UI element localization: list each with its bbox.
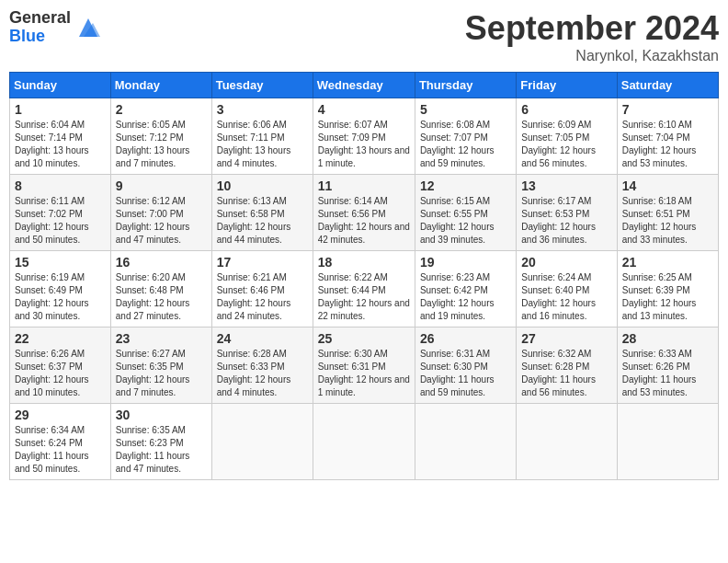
week-row-4: 22 Sunrise: 6:26 AM Sunset: 6:37 PM Dayl… (10, 327, 719, 404)
day-number: 23 (116, 331, 207, 346)
day-info: Sunrise: 6:20 AM Sunset: 6:48 PM Dayligh… (116, 271, 207, 323)
header-saturday: Saturday (617, 73, 718, 98)
logo: General Blue (9, 9, 102, 46)
day-info: Sunrise: 6:06 AM Sunset: 7:11 PM Dayligh… (217, 119, 308, 170)
day-number: 24 (217, 331, 308, 346)
day-number: 11 (318, 178, 410, 193)
day-info: Sunrise: 6:08 AM Sunset: 7:07 PM Dayligh… (420, 119, 511, 170)
day-number: 18 (318, 255, 410, 270)
day-cell: 14 Sunrise: 6:18 AM Sunset: 6:51 PM Dayl… (617, 175, 718, 251)
calendar-header-row: SundayMondayTuesdayWednesdayThursdayFrid… (10, 73, 719, 98)
day-cell (517, 404, 617, 480)
day-cell: 16 Sunrise: 6:20 AM Sunset: 6:48 PM Dayl… (110, 251, 211, 327)
day-info: Sunrise: 6:28 AM Sunset: 6:33 PM Dayligh… (217, 348, 308, 399)
day-cell: 22 Sunrise: 6:26 AM Sunset: 6:37 PM Dayl… (10, 327, 111, 404)
day-cell: 7 Sunrise: 6:10 AM Sunset: 7:04 PM Dayli… (617, 98, 718, 175)
day-info: Sunrise: 6:26 AM Sunset: 6:37 PM Dayligh… (15, 348, 106, 399)
day-cell: 11 Sunrise: 6:14 AM Sunset: 6:56 PM Dayl… (313, 175, 415, 251)
day-number: 10 (217, 178, 308, 193)
location: Narynkol, Kazakhstan (465, 48, 719, 64)
week-row-1: 1 Sunrise: 6:04 AM Sunset: 7:14 PM Dayli… (10, 98, 719, 175)
day-number: 2 (116, 102, 207, 117)
month-title: September 2024 (465, 9, 719, 48)
day-info: Sunrise: 6:23 AM Sunset: 6:42 PM Dayligh… (420, 271, 511, 323)
day-cell: 21 Sunrise: 6:25 AM Sunset: 6:39 PM Dayl… (617, 251, 718, 327)
day-number: 9 (116, 178, 207, 193)
day-cell: 29 Sunrise: 6:34 AM Sunset: 6:24 PM Dayl… (10, 404, 111, 480)
day-number: 30 (116, 408, 207, 422)
week-row-3: 15 Sunrise: 6:19 AM Sunset: 6:49 PM Dayl… (10, 251, 719, 327)
day-number: 17 (217, 255, 308, 270)
day-number: 20 (521, 255, 611, 270)
day-cell: 6 Sunrise: 6:09 AM Sunset: 7:05 PM Dayli… (517, 98, 617, 175)
day-number: 16 (116, 255, 207, 270)
header-sunday: Sunday (10, 73, 111, 98)
day-cell: 8 Sunrise: 6:11 AM Sunset: 7:02 PM Dayli… (10, 175, 111, 251)
day-cell: 26 Sunrise: 6:31 AM Sunset: 6:30 PM Dayl… (415, 327, 516, 404)
day-cell: 17 Sunrise: 6:21 AM Sunset: 6:46 PM Dayl… (211, 251, 313, 327)
day-info: Sunrise: 6:32 AM Sunset: 6:28 PM Dayligh… (521, 348, 611, 399)
day-info: Sunrise: 6:07 AM Sunset: 7:09 PM Dayligh… (318, 119, 410, 170)
day-info: Sunrise: 6:09 AM Sunset: 7:05 PM Dayligh… (521, 119, 611, 170)
day-number: 6 (521, 102, 611, 117)
day-cell: 27 Sunrise: 6:32 AM Sunset: 6:28 PM Dayl… (517, 327, 617, 404)
day-info: Sunrise: 6:25 AM Sunset: 6:39 PM Dayligh… (622, 271, 713, 323)
day-info: Sunrise: 6:30 AM Sunset: 6:31 PM Dayligh… (318, 348, 410, 399)
day-number: 13 (521, 178, 611, 193)
day-info: Sunrise: 6:31 AM Sunset: 6:30 PM Dayligh… (420, 348, 511, 399)
day-cell: 3 Sunrise: 6:06 AM Sunset: 7:11 PM Dayli… (211, 98, 313, 175)
day-info: Sunrise: 6:33 AM Sunset: 6:26 PM Dayligh… (622, 348, 713, 399)
page-header: General Blue September 2024 Narynkol, Ka… (9, 9, 719, 64)
logo-icon (74, 14, 102, 41)
day-info: Sunrise: 6:15 AM Sunset: 6:55 PM Dayligh… (420, 195, 511, 247)
day-number: 28 (622, 331, 713, 346)
day-cell (617, 404, 718, 480)
logo-general-text: General (9, 9, 71, 28)
day-cell: 30 Sunrise: 6:35 AM Sunset: 6:23 PM Dayl… (110, 404, 211, 480)
day-cell: 12 Sunrise: 6:15 AM Sunset: 6:55 PM Dayl… (415, 175, 516, 251)
header-friday: Friday (517, 73, 617, 98)
day-info: Sunrise: 6:11 AM Sunset: 7:02 PM Dayligh… (15, 195, 106, 247)
day-info: Sunrise: 6:19 AM Sunset: 6:49 PM Dayligh… (15, 271, 106, 323)
day-cell: 9 Sunrise: 6:12 AM Sunset: 7:00 PM Dayli… (110, 175, 211, 251)
week-row-5: 29 Sunrise: 6:34 AM Sunset: 6:24 PM Dayl… (10, 404, 719, 480)
day-number: 19 (420, 255, 511, 270)
calendar-table: SundayMondayTuesdayWednesdayThursdayFrid… (9, 72, 719, 480)
day-number: 27 (521, 331, 611, 346)
day-cell (313, 404, 415, 480)
day-info: Sunrise: 6:34 AM Sunset: 6:24 PM Dayligh… (15, 424, 106, 476)
day-cell: 28 Sunrise: 6:33 AM Sunset: 6:26 PM Dayl… (617, 327, 718, 404)
day-number: 1 (15, 102, 106, 117)
title-block: September 2024 Narynkol, Kazakhstan (465, 9, 719, 64)
day-number: 7 (622, 102, 713, 117)
day-number: 21 (622, 255, 713, 270)
week-row-2: 8 Sunrise: 6:11 AM Sunset: 7:02 PM Dayli… (10, 175, 719, 251)
day-cell: 24 Sunrise: 6:28 AM Sunset: 6:33 PM Dayl… (211, 327, 313, 404)
day-cell (415, 404, 516, 480)
day-cell: 2 Sunrise: 6:05 AM Sunset: 7:12 PM Dayli… (110, 98, 211, 175)
day-info: Sunrise: 6:24 AM Sunset: 6:40 PM Dayligh… (521, 271, 611, 323)
day-cell: 13 Sunrise: 6:17 AM Sunset: 6:53 PM Dayl… (517, 175, 617, 251)
header-wednesday: Wednesday (313, 73, 415, 98)
day-info: Sunrise: 6:17 AM Sunset: 6:53 PM Dayligh… (521, 195, 611, 247)
day-cell: 1 Sunrise: 6:04 AM Sunset: 7:14 PM Dayli… (10, 98, 111, 175)
day-info: Sunrise: 6:12 AM Sunset: 7:00 PM Dayligh… (116, 195, 207, 247)
day-number: 15 (15, 255, 106, 270)
day-number: 3 (217, 102, 308, 117)
day-cell: 23 Sunrise: 6:27 AM Sunset: 6:35 PM Dayl… (110, 327, 211, 404)
day-number: 14 (622, 178, 713, 193)
day-cell: 20 Sunrise: 6:24 AM Sunset: 6:40 PM Dayl… (517, 251, 617, 327)
day-cell (211, 404, 313, 480)
day-info: Sunrise: 6:04 AM Sunset: 7:14 PM Dayligh… (15, 119, 106, 170)
day-cell: 4 Sunrise: 6:07 AM Sunset: 7:09 PM Dayli… (313, 98, 415, 175)
day-number: 12 (420, 178, 511, 193)
day-number: 25 (318, 331, 410, 346)
day-info: Sunrise: 6:27 AM Sunset: 6:35 PM Dayligh… (116, 348, 207, 399)
day-cell: 19 Sunrise: 6:23 AM Sunset: 6:42 PM Dayl… (415, 251, 516, 327)
day-info: Sunrise: 6:10 AM Sunset: 7:04 PM Dayligh… (622, 119, 713, 170)
logo-blue-text: Blue (9, 28, 71, 46)
day-cell: 18 Sunrise: 6:22 AM Sunset: 6:44 PM Dayl… (313, 251, 415, 327)
day-number: 29 (15, 408, 106, 422)
header-monday: Monday (110, 73, 211, 98)
day-cell: 15 Sunrise: 6:19 AM Sunset: 6:49 PM Dayl… (10, 251, 111, 327)
